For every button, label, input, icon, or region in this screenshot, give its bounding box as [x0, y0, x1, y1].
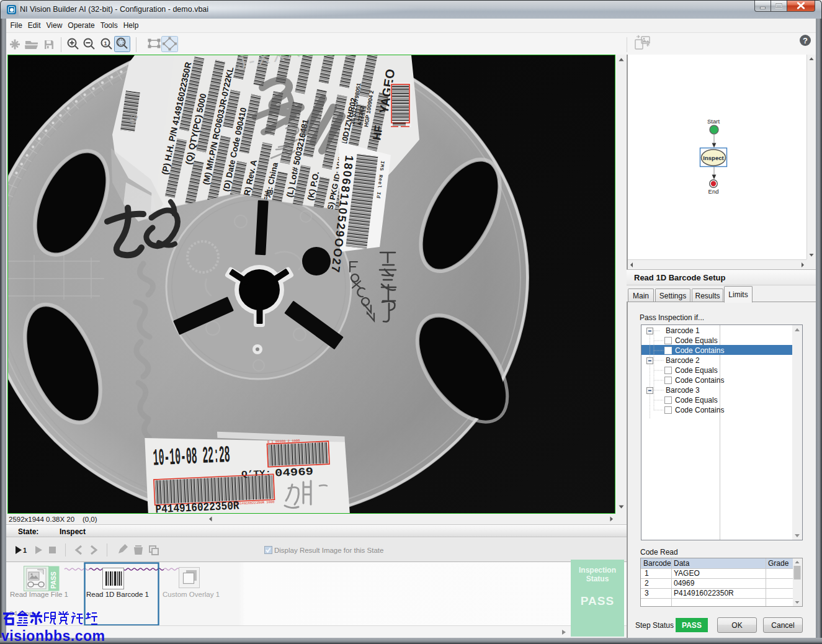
- svg-text:Code Equals: Code Equals: [675, 366, 718, 375]
- svg-text:Code Contains: Code Contains: [675, 346, 724, 355]
- svg-text:Barcode: Barcode: [643, 559, 671, 568]
- svg-text:Barcode 2: Barcode 2: [666, 356, 700, 365]
- svg-text:1: 1: [104, 40, 107, 47]
- svg-text:Custom Overlay 1: Custom Overlay 1: [163, 591, 220, 598]
- svg-text:Read Image File 1: Read Image File 1: [10, 591, 68, 598]
- svg-text:Start: Start: [707, 118, 720, 125]
- svg-text:Code Equals: Code Equals: [675, 396, 718, 405]
- svg-text:Code Contains: Code Contains: [675, 376, 724, 385]
- svg-text:Display Result Image for this: Display Result Image for this State: [274, 547, 383, 554]
- svg-text:04969: 04969: [275, 466, 314, 480]
- svg-text:HF: HF: [370, 125, 385, 141]
- svg-text:Inspect: Inspect: [703, 154, 724, 161]
- svg-text:Data: Data: [674, 559, 690, 568]
- svg-text:2: 2: [645, 579, 649, 588]
- svg-text:?: ?: [803, 36, 808, 45]
- svg-text:10-10-08 22:28: 10-10-08 22:28: [153, 442, 231, 472]
- svg-text:3: 3: [645, 589, 649, 597]
- svg-text:Barcode 1: Barcode 1: [666, 326, 700, 335]
- svg-text:Read 1D Barcode 1: Read 1D Barcode 1: [86, 591, 149, 598]
- svg-text:1: 1: [645, 569, 649, 578]
- svg-text:Grade: Grade: [768, 559, 789, 568]
- svg-text:PASS: PASS: [50, 571, 57, 589]
- svg-text:End: End: [708, 188, 719, 195]
- svg-text:Code Equals: Code Equals: [675, 336, 718, 345]
- svg-text:P414916022350R: P414916022350R: [674, 589, 734, 597]
- svg-text:1: 1: [23, 547, 27, 554]
- svg-text:04969: 04969: [674, 579, 695, 588]
- svg-text:Barcode 3: Barcode 3: [666, 386, 700, 395]
- svg-text:YAGEO: YAGEO: [674, 569, 700, 578]
- svg-text:Code Contains: Code Contains: [675, 406, 724, 414]
